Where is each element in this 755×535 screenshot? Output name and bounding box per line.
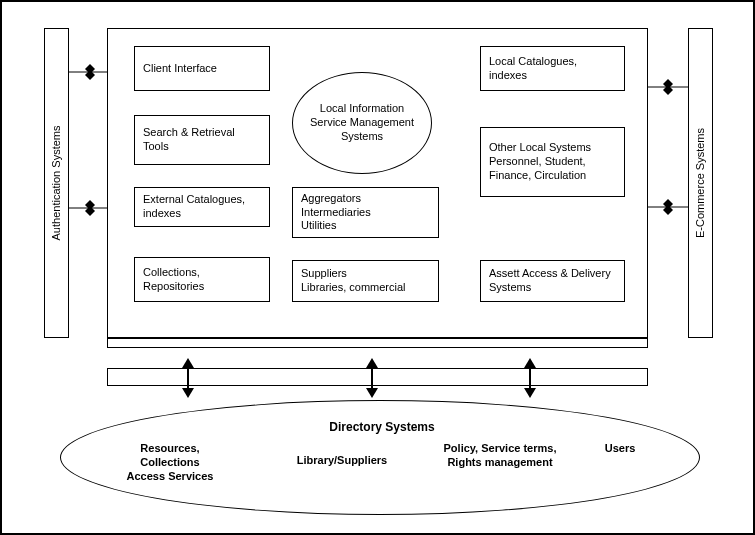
other-local-systems-box: Other Local Systems Personnel, Student, … [480, 127, 625, 197]
aggregators-box: Aggregators Intermediaries Utilities [292, 187, 439, 238]
double-arrow-icon [658, 199, 678, 215]
svg-marker-23 [182, 388, 194, 398]
directory-users-label: Users [590, 442, 650, 456]
client-interface-box: Client Interface [134, 46, 270, 91]
collections-box: Collections, Repositories [134, 257, 270, 302]
directory-policy-label: Policy, Service terms, Rights management [430, 442, 570, 470]
other-local-systems-label: Other Local Systems Personnel, Student, … [489, 141, 616, 182]
external-catalogues-box: External Catalogues, indexes [134, 187, 270, 227]
client-interface-label: Client Interface [143, 62, 217, 76]
search-tools-label: Search & Retrieval Tools [143, 126, 261, 154]
svg-marker-29 [524, 388, 536, 398]
diagram-frame: Authentication Systems E-Commerce System… [0, 0, 755, 535]
svg-marker-27 [524, 358, 536, 368]
asset-access-label: Assett Access & Delivery Systems [489, 267, 616, 295]
authentication-systems-panel: Authentication Systems [44, 28, 69, 338]
svg-marker-21 [182, 358, 194, 368]
aggregators-label: Aggregators Intermediaries Utilities [301, 192, 371, 233]
gap-bar [107, 368, 648, 386]
svg-marker-24 [366, 358, 378, 368]
directory-library-suppliers-label: Library/Suppliers [282, 454, 402, 468]
double-arrow-icon [80, 200, 100, 216]
search-tools-box: Search & Retrieval Tools [134, 115, 270, 165]
directory-systems-title: Directory Systems [292, 420, 472, 434]
center-circle-label: Local Information Service Management Sys… [293, 102, 431, 143]
suppliers-box: Suppliers Libraries, commercial [292, 260, 439, 302]
local-catalogues-box: Local Catalogues, indexes [480, 46, 625, 91]
inner-frame-footer [107, 338, 648, 348]
ecommerce-systems-label: E-Commerce Systems [695, 128, 707, 238]
suppliers-label: Suppliers Libraries, commercial [301, 267, 406, 295]
authentication-systems-label: Authentication Systems [51, 126, 63, 241]
double-arrow-icon [658, 79, 678, 95]
double-arrow-icon [80, 64, 100, 80]
ecommerce-systems-panel: E-Commerce Systems [688, 28, 713, 338]
local-catalogues-label: Local Catalogues, indexes [489, 55, 616, 83]
asset-access-box: Assett Access & Delivery Systems [480, 260, 625, 302]
collections-label: Collections, Repositories [143, 266, 261, 294]
external-catalogues-label: External Catalogues, indexes [143, 193, 261, 221]
svg-marker-26 [366, 388, 378, 398]
center-circle: Local Information Service Management Sys… [292, 72, 432, 174]
directory-resources-label: Resources, Collections Access Services [110, 442, 230, 483]
